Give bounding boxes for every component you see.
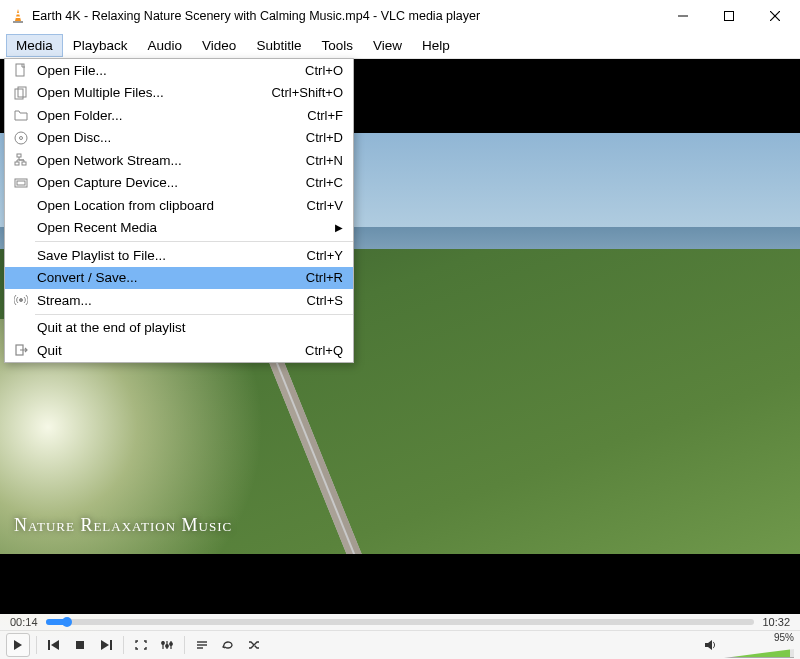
close-button[interactable] xyxy=(752,0,798,32)
files-icon xyxy=(11,85,31,101)
menu-item-label: Stream... xyxy=(37,293,307,308)
menu-video[interactable]: Video xyxy=(192,34,246,57)
menu-item-open-folder[interactable]: Open Folder...Ctrl+F xyxy=(5,104,353,127)
minimize-button[interactable] xyxy=(660,0,706,32)
menu-item-shortcut: Ctrl+Q xyxy=(305,343,343,358)
svg-rect-24 xyxy=(17,154,21,157)
menu-item-label: Save Playlist to File... xyxy=(37,248,307,263)
video-watermark: Nature Relaxation Music xyxy=(14,515,232,536)
network-icon xyxy=(11,152,31,168)
menu-item-open-network-stream[interactable]: Open Network Stream...Ctrl+N xyxy=(5,149,353,172)
volume-area: 95% xyxy=(704,632,794,658)
menu-item-shortcut: Ctrl+C xyxy=(306,175,343,190)
menu-item-label: Quit xyxy=(37,343,305,358)
svg-rect-2 xyxy=(16,17,21,19)
blank-icon xyxy=(11,270,31,286)
menu-item-open-disc[interactable]: Open Disc...Ctrl+D xyxy=(5,127,353,150)
menu-item-stream[interactable]: Stream...Ctrl+S xyxy=(5,289,353,312)
mute-icon[interactable] xyxy=(704,639,718,651)
menu-item-open-capture-device[interactable]: Open Capture Device...Ctrl+C xyxy=(5,172,353,195)
menu-item-shortcut: Ctrl+F xyxy=(307,108,343,123)
menu-item-open-file[interactable]: Open File...Ctrl+O xyxy=(5,59,353,82)
menu-item-label: Open Disc... xyxy=(37,130,306,145)
stream-icon xyxy=(11,292,31,308)
svg-rect-25 xyxy=(15,162,19,165)
menu-item-label: Open Folder... xyxy=(37,108,307,123)
window-title: Earth 4K - Relaxing Nature Scenery with … xyxy=(32,9,660,23)
titlebar: Earth 4K - Relaxing Nature Scenery with … xyxy=(0,0,800,32)
blank-icon xyxy=(11,220,31,236)
menu-view[interactable]: View xyxy=(363,34,412,57)
menu-item-shortcut: Ctrl+D xyxy=(306,130,343,145)
menu-item-label: Convert / Save... xyxy=(37,270,306,285)
svg-rect-1 xyxy=(16,13,20,15)
svg-rect-28 xyxy=(17,181,25,185)
menu-item-shortcut: Ctrl+Shift+O xyxy=(271,85,343,100)
menu-item-quit[interactable]: QuitCtrl+Q xyxy=(5,339,353,362)
menu-playback[interactable]: Playback xyxy=(63,34,138,57)
volume-slider[interactable] xyxy=(724,649,794,658)
menu-item-label: Open Multiple Files... xyxy=(37,85,271,100)
blank-icon xyxy=(11,197,31,213)
svg-point-22 xyxy=(15,132,27,144)
seek-bar[interactable] xyxy=(46,619,755,625)
folder-icon xyxy=(11,107,31,123)
blank-icon xyxy=(11,320,31,336)
menu-media[interactable]: Media xyxy=(6,34,63,57)
vlc-cone-icon xyxy=(10,8,26,24)
menu-item-convert-save[interactable]: Convert / Save...Ctrl+R xyxy=(5,267,353,290)
menu-item-label: Open Location from clipboard xyxy=(37,198,307,213)
menu-item-label: Open Recent Media xyxy=(37,220,335,235)
menu-tools[interactable]: Tools xyxy=(311,34,363,57)
menu-item-quit-at-the-end-of-playlist[interactable]: Quit at the end of playlist xyxy=(5,317,353,340)
menu-audio[interactable]: Audio xyxy=(138,34,193,57)
svg-point-23 xyxy=(20,136,23,139)
menu-item-shortcut: Ctrl+N xyxy=(306,153,343,168)
menubar: MediaPlaybackAudioVideoSubtitleToolsView… xyxy=(0,32,800,59)
submenu-arrow-icon: ▶ xyxy=(335,222,343,233)
volume-percent: 95% xyxy=(774,632,794,643)
menu-subtitle[interactable]: Subtitle xyxy=(246,34,311,57)
blank-icon xyxy=(11,247,31,263)
svg-rect-19 xyxy=(16,64,24,76)
media-menu-dropdown: Open File...Ctrl+OOpen Multiple Files...… xyxy=(4,58,354,363)
menu-item-label: Quit at the end of playlist xyxy=(37,320,343,335)
menu-item-open-location-from-clipboard[interactable]: Open Location from clipboardCtrl+V xyxy=(5,194,353,217)
menu-item-shortcut: Ctrl+Y xyxy=(307,248,343,263)
menu-help[interactable]: Help xyxy=(412,34,460,57)
menu-item-shortcut: Ctrl+R xyxy=(306,270,343,285)
menu-item-open-recent-media[interactable]: Open Recent Media▶ xyxy=(5,217,353,240)
svg-rect-26 xyxy=(22,162,26,165)
menu-item-shortcut: Ctrl+S xyxy=(307,293,343,308)
menu-item-label: Open File... xyxy=(37,63,305,78)
svg-rect-4 xyxy=(725,12,734,21)
svg-point-29 xyxy=(20,299,23,302)
menu-item-save-playlist-to-file[interactable]: Save Playlist to File...Ctrl+Y xyxy=(5,244,353,267)
menu-item-shortcut: Ctrl+O xyxy=(305,63,343,78)
app-window: Earth 4K - Relaxing Nature Scenery with … xyxy=(0,0,800,659)
menu-item-open-multiple-files[interactable]: Open Multiple Files...Ctrl+Shift+O xyxy=(5,82,353,105)
capture-icon xyxy=(11,175,31,191)
time-total[interactable]: 10:32 xyxy=(762,616,790,628)
quit-icon xyxy=(11,342,31,358)
menu-item-label: Open Capture Device... xyxy=(37,175,306,190)
disc-icon xyxy=(11,130,31,146)
file-icon xyxy=(11,62,31,78)
maximize-button[interactable] xyxy=(706,0,752,32)
svg-rect-0 xyxy=(13,21,23,23)
menu-item-label: Open Network Stream... xyxy=(37,153,306,168)
menu-item-shortcut: Ctrl+V xyxy=(307,198,343,213)
